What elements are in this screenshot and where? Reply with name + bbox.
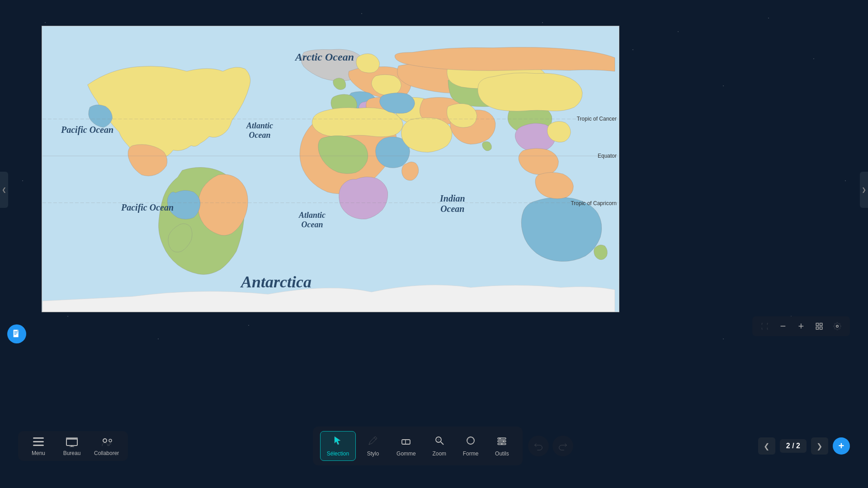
svg-point-32 <box>501 443 503 445</box>
toolbar-right-group: ❮ 2 / 2 ❯ + <box>758 437 850 455</box>
stylo-label: Stylo <box>367 450 379 457</box>
selection-icon <box>332 435 343 449</box>
undo-button[interactable] <box>528 436 549 456</box>
svg-point-21 <box>109 439 112 442</box>
stylo-icon <box>368 435 378 449</box>
redo-button[interactable] <box>552 436 573 456</box>
svg-rect-8 <box>816 323 818 325</box>
left-sidebar-handle[interactable] <box>0 172 8 208</box>
tropic-capricorn-label: Tropic of Capricorn <box>571 200 617 206</box>
menu-tool[interactable]: Menu <box>27 436 50 456</box>
page-indicator: 2 / 2 <box>780 439 807 453</box>
world-map-svg <box>42 26 619 312</box>
prev-page-button[interactable]: ❮ <box>758 437 775 455</box>
svg-point-12 <box>836 325 839 328</box>
next-page-button[interactable]: ❯ <box>811 437 828 455</box>
zoom-in-button[interactable]: + <box>794 319 808 333</box>
svg-rect-27 <box>498 438 506 439</box>
stylo-tool[interactable]: Stylo <box>359 432 387 460</box>
outils-icon <box>496 435 507 449</box>
outils-tool[interactable]: Outils <box>488 432 515 460</box>
document-button[interactable] <box>7 324 26 343</box>
svg-rect-11 <box>820 327 822 329</box>
canvas-area: Arctic Ocean Pacific Ocean Atlantic Ocea… <box>42 26 619 312</box>
tropic-cancer-label: Tropic of Cancer <box>577 116 617 122</box>
menu-icon <box>32 436 45 448</box>
selection-label: Sélection <box>327 450 349 457</box>
svg-rect-29 <box>498 441 506 442</box>
svg-point-30 <box>503 441 505 442</box>
zoom-label: Zoom <box>432 450 446 457</box>
svg-rect-5 <box>14 332 18 332</box>
forme-label: Forme <box>463 450 479 457</box>
add-page-button[interactable]: + <box>833 437 850 455</box>
forme-icon <box>465 435 476 449</box>
view-controls: − + <box>752 316 850 336</box>
collaborer-label: Collaborer <box>94 450 119 456</box>
svg-rect-16 <box>66 439 77 446</box>
gomme-label: Gomme <box>396 450 416 457</box>
svg-point-26 <box>467 437 474 444</box>
svg-line-25 <box>441 442 443 445</box>
svg-rect-13 <box>33 437 44 439</box>
zoom-tool[interactable]: Zoom <box>426 432 453 460</box>
undo-redo-group <box>528 436 573 456</box>
right-sidebar-handle[interactable] <box>860 172 868 208</box>
toolbar-center-group: Sélection Stylo <box>313 427 523 465</box>
svg-rect-10 <box>816 327 818 329</box>
menu-label: Menu <box>32 450 45 456</box>
grid-button[interactable] <box>812 319 826 333</box>
zoom-icon <box>434 435 445 449</box>
svg-rect-6 <box>14 333 18 333</box>
gomme-icon <box>401 435 411 449</box>
svg-rect-9 <box>820 323 822 325</box>
bureau-icon <box>66 436 78 448</box>
svg-rect-7 <box>14 334 17 334</box>
settings-button[interactable] <box>830 319 844 333</box>
svg-rect-14 <box>33 441 44 442</box>
toolbar-left-group: Menu Bureau <box>18 431 128 461</box>
svg-rect-15 <box>33 445 44 446</box>
svg-rect-22 <box>402 440 410 444</box>
gomme-tool[interactable]: Gomme <box>390 432 422 460</box>
svg-point-28 <box>500 438 501 439</box>
equator-label: Equator <box>598 153 617 159</box>
zoom-out-button[interactable]: − <box>776 319 790 333</box>
outils-label: Outils <box>495 450 509 457</box>
bureau-tool[interactable]: Bureau <box>61 436 83 456</box>
collaborer-icon <box>100 436 113 448</box>
bureau-label: Bureau <box>63 450 81 456</box>
collaborer-tool[interactable]: Collaborer <box>94 436 119 456</box>
svg-point-20 <box>103 439 107 442</box>
selection-tool[interactable]: Sélection <box>320 431 356 461</box>
bottom-toolbar: Menu Bureau <box>0 427 868 465</box>
fit-screen-button[interactable] <box>758 319 772 333</box>
forme-tool[interactable]: Forme <box>457 432 485 460</box>
